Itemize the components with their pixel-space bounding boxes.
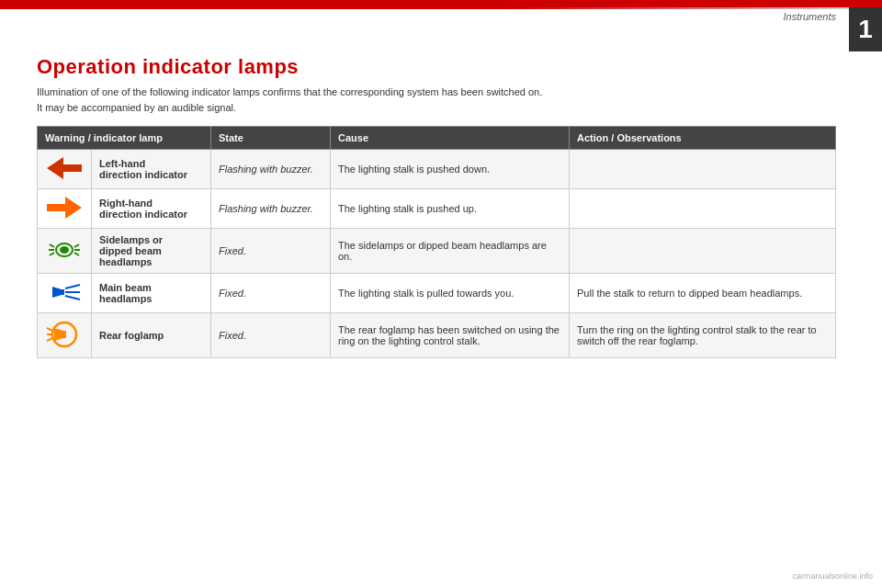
col-header-action: Action / Observations [570,127,836,150]
table-row: Right-handdirection indicator Flashing w… [38,189,836,229]
cause-cell: The lighting stalk is pushed up. [331,189,570,229]
col-header-lamp: Warning / indicator lamp [38,127,211,150]
main-beam-icon [45,279,84,305]
table-row: Rear foglamp Fixed. The rear foglamp has… [38,313,836,358]
chapter-number: 1 [858,15,873,44]
svg-line-3 [50,244,54,247]
main-content: Operation indicator lamps Illumination o… [37,55,836,551]
action-cell [570,189,836,229]
action-cell [570,150,836,189]
svg-line-9 [74,253,79,255]
description-line2: It may be accompanied by an audible sign… [37,100,836,116]
page-title: Operation indicator lamps [37,55,836,79]
state-cell: Flashing with buzzer. [211,189,331,229]
sidelamps-icon [45,237,84,263]
cause-cell: The rear foglamp has been switched on us… [331,313,570,358]
lamp-name: Right-handdirection indicator [92,189,211,229]
page-description: Illumination of one of the following ind… [37,85,836,115]
svg-marker-1 [47,197,82,219]
cause-cell: The lighting stalk is pulled towards you… [331,274,570,313]
description-line1: Illumination of one of the following ind… [37,85,836,100]
table-row: Main beamheadlamps Fixed. The lighting s… [38,274,836,313]
state-cell: Flashing with buzzer. [211,150,331,189]
svg-point-6 [60,246,69,254]
icon-cell [38,150,92,189]
state-cell: Fixed. [211,229,331,274]
cause-cell: The lighting stalk is pushed down. [331,150,570,189]
header-divider [0,7,849,9]
lamp-name: Rear foglamp [92,313,211,358]
svg-line-17 [47,338,52,341]
svg-line-16 [47,328,52,331]
state-cell: Fixed. [211,313,331,358]
col-header-cause: Cause [331,127,570,150]
icon-cell [38,229,92,274]
lamp-name: Left-handdirection indicator [92,150,211,189]
watermark: carmanualsonline.info [792,571,873,581]
icon-cell [38,313,92,358]
icon-cell [38,189,92,229]
col-header-state: State [211,127,331,150]
top-red-bar [0,0,882,7]
action-cell: Turn the ring on the lighting control st… [570,313,836,358]
svg-marker-0 [47,157,82,179]
svg-rect-10 [62,289,64,295]
right-arrow-icon [47,195,82,220]
rear-foglamp-icon [45,319,84,350]
table-row: Sidelamps ordipped beamheadlamps Fixed. … [38,229,836,274]
svg-line-12 [65,285,80,288]
icon-cell [38,274,92,313]
chapter-tab: 1 [849,7,882,51]
table-row: Left-handdirection indicator Flashing wi… [38,150,836,189]
lamp-name: Sidelamps ordipped beamheadlamps [92,229,211,274]
indicator-lamps-table: Warning / indicator lamp State Cause Act… [37,126,836,358]
action-cell: Pull the stalk to return to dipped beam … [570,274,836,313]
svg-line-8 [74,244,79,247]
svg-line-4 [50,253,54,255]
cause-cell: The sidelamps or dipped beam headlamps a… [331,229,570,274]
state-cell: Fixed. [211,274,331,313]
left-arrow-icon [47,155,82,181]
action-cell [570,229,836,274]
svg-rect-14 [63,331,66,338]
lamp-name: Main beamheadlamps [92,274,211,313]
svg-line-13 [65,296,80,300]
page-section-label: Instruments [784,7,836,22]
